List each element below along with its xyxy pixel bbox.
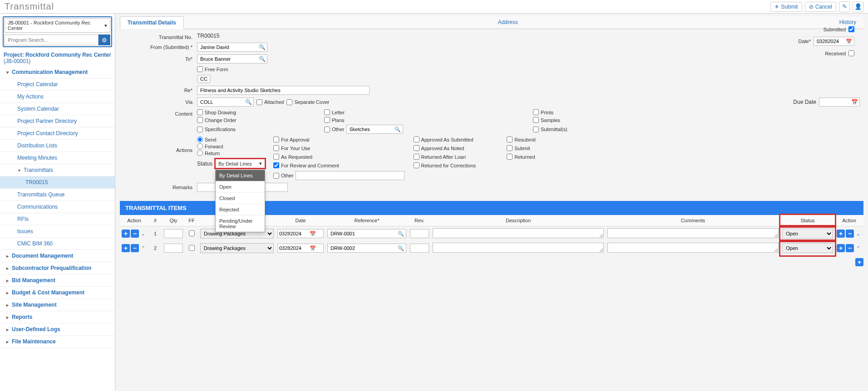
submitted-checkbox[interactable] — [848, 26, 854, 32]
row-add-button-2[interactable]: + — [837, 244, 845, 252]
chevron-up-icon[interactable]: ⌃ — [140, 245, 147, 251]
for-review-checkbox[interactable] — [273, 162, 279, 168]
calendar-icon[interactable]: 📅 — [310, 231, 316, 237]
prints-checkbox[interactable] — [533, 109, 539, 115]
other-action-input[interactable] — [296, 171, 404, 180]
submit-button[interactable]: ✈Submit — [770, 2, 802, 12]
search-settings-button[interactable]: ⚙ — [99, 34, 110, 45]
row-remove-button-2[interactable]: − — [846, 244, 854, 252]
tab-transmittal-details[interactable]: Transmittal Details — [120, 16, 184, 29]
status-select[interactable]: Open — [782, 243, 833, 253]
description-input[interactable] — [433, 228, 604, 238]
sidebar-item-project-calendar[interactable]: Project Calendar — [0, 78, 115, 91]
sidebar-item-site-management[interactable]: ▸Site Management — [0, 299, 115, 311]
sidebar-item-bid-management[interactable]: ▸Bid Management — [0, 274, 115, 287]
ff-checkbox[interactable] — [189, 245, 195, 251]
other-action-checkbox[interactable] — [273, 173, 279, 179]
returned-corrections-checkbox[interactable] — [414, 162, 419, 168]
chevron-down-icon[interactable]: ⌄ — [855, 231, 862, 237]
change-order-checkbox[interactable] — [197, 117, 203, 123]
status-select[interactable]: Open — [782, 229, 833, 239]
sidebar-item-budget-cost-management[interactable]: ▸Budget & Cost Management — [0, 287, 115, 299]
calendar-icon[interactable]: 📅 — [849, 99, 859, 105]
for-approval-checkbox[interactable] — [273, 137, 279, 142]
ff-checkbox[interactable] — [189, 230, 195, 236]
reference-input[interactable] — [328, 230, 396, 238]
submittals-checkbox[interactable] — [533, 127, 539, 132]
sidebar-item-system-calendar[interactable]: System Calendar — [0, 103, 115, 115]
qty-input[interactable] — [164, 244, 183, 253]
chevron-down-icon[interactable]: ⌄ — [140, 231, 147, 237]
received-checkbox[interactable] — [848, 50, 854, 56]
row-add-button[interactable]: + — [122, 244, 130, 252]
other-content-input[interactable] — [347, 125, 393, 133]
description-input[interactable] — [433, 243, 604, 253]
calendar-icon[interactable]: 📅 — [310, 245, 316, 251]
freeform-checkbox[interactable] — [197, 66, 203, 72]
attached-checkbox[interactable] — [256, 99, 262, 105]
sidebar-item-file-maintenance[interactable]: ▸File Maintenance — [0, 336, 115, 348]
letter-checkbox[interactable] — [324, 109, 330, 115]
project-dropdown[interactable]: JB-00001 - Rockford Community Rec Center… — [5, 18, 110, 33]
sidebar-item-project-partner-directory[interactable]: Project Partner Directory — [0, 115, 115, 127]
submit-checkbox[interactable] — [507, 145, 513, 151]
qty-input[interactable] — [164, 229, 183, 238]
item-select[interactable]: Drawing Packages — [200, 243, 274, 253]
date-input[interactable] — [814, 37, 844, 45]
cancel-button[interactable]: ⊘Cancel — [805, 2, 836, 12]
search-icon[interactable]: 🔍 — [257, 56, 267, 62]
sidebar-item-subcontractor-prequalification[interactable]: ▸Subcontractor Prequalification — [0, 262, 115, 274]
shop-drawing-checkbox[interactable] — [197, 109, 203, 115]
sidebar-item-transmittals[interactable]: ▾Transmittals — [0, 164, 115, 176]
from-input[interactable] — [197, 43, 257, 51]
sidebar-item-transmittals-queue[interactable]: Transmittals Queue — [0, 189, 115, 201]
sidebar-item-cmic-bim-360[interactable]: CMiC BIM 360 — [0, 238, 115, 250]
sidebar-item-my-actions[interactable]: My Actions — [0, 91, 115, 103]
return-radio[interactable] — [197, 150, 203, 156]
program-search-input[interactable] — [5, 34, 99, 45]
search-icon[interactable]: 🔍 — [393, 127, 403, 132]
comments-input[interactable] — [607, 228, 779, 238]
as-requested-checkbox[interactable] — [273, 154, 279, 160]
to-input[interactable] — [197, 55, 257, 63]
rev-input[interactable] — [410, 244, 429, 253]
status-option-by-detail-lines[interactable]: By Detail Lines — [216, 170, 265, 181]
send-radio[interactable] — [197, 137, 203, 142]
due-date-input[interactable] — [819, 98, 849, 106]
sidebar-item-reports[interactable]: ▸Reports — [0, 311, 115, 323]
status-select[interactable]: By Detail Lines ▾ — [215, 159, 265, 168]
item-date-input[interactable] — [278, 230, 310, 238]
sidebar-item-communications[interactable]: Communications — [0, 201, 115, 213]
for-your-use-checkbox[interactable] — [273, 145, 279, 151]
add-row-button[interactable]: + — [855, 258, 863, 266]
via-input[interactable] — [197, 98, 243, 106]
samples-checkbox[interactable] — [533, 117, 539, 123]
row-remove-button[interactable]: − — [131, 244, 139, 252]
sidebar-item-meeting-minutes[interactable]: Meeting Minutes — [0, 152, 115, 164]
sidebar-item-distribution-lists[interactable]: Distribution Lists — [0, 140, 115, 152]
comments-input[interactable] — [607, 243, 779, 253]
sepcover-checkbox[interactable] — [286, 99, 292, 105]
tab-address[interactable]: Address — [184, 16, 832, 29]
status-option-rejected[interactable]: Rejected — [216, 204, 265, 215]
other-content-checkbox[interactable] — [324, 127, 330, 132]
edit-button[interactable]: ✎ — [839, 1, 850, 12]
status-option-closed[interactable]: Closed — [216, 193, 265, 204]
search-icon[interactable]: 🔍 — [396, 231, 406, 237]
search-icon[interactable]: 🔍 — [257, 44, 267, 50]
sidebar-item-issues[interactable]: Issues — [0, 225, 115, 238]
returned-loan-checkbox[interactable] — [414, 154, 419, 160]
search-icon[interactable]: 🔍 — [243, 99, 253, 105]
status-option-open[interactable]: Open — [216, 181, 265, 193]
sidebar-item-user-defined-logs[interactable]: ▸User-Defined Logs — [0, 323, 115, 336]
sidebar-item-document-management[interactable]: ▸Document Management — [0, 250, 115, 262]
forward-radio[interactable] — [197, 143, 203, 149]
user-button[interactable]: 👤 — [853, 1, 863, 12]
sidebar-item-communication-management[interactable]: ▾Communication Management — [0, 66, 115, 78]
resubmit-checkbox[interactable] — [507, 137, 513, 142]
cc-button[interactable]: CC — [197, 75, 211, 83]
row-remove-button-2[interactable]: − — [846, 230, 854, 238]
search-icon[interactable]: 🔍 — [396, 245, 406, 251]
sidebar-item-rfis[interactable]: RFIs — [0, 213, 115, 225]
chevron-up-icon[interactable]: ⌃ — [855, 245, 862, 251]
